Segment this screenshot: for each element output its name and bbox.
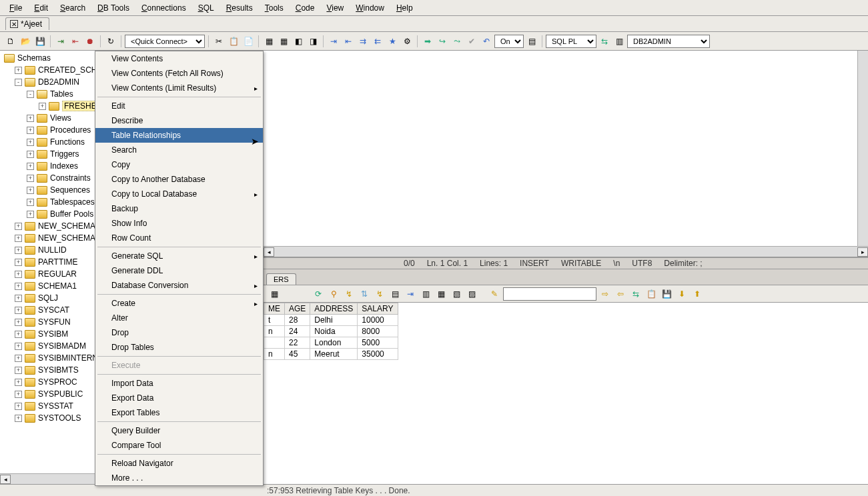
ctx-table-relationships[interactable]: Table Relationships [95,128,263,143]
menu-view[interactable]: View [321,1,349,15]
outdent-icon[interactable]: ⇤ [342,35,355,48]
grid-header[interactable]: SALARY [358,303,398,315]
results-tool-icon[interactable]: ⇥ [404,287,417,301]
menu-window[interactable]: Window [350,1,390,15]
ctx-view-contents-limit-results-[interactable]: View Contents (Limit Results) [95,81,263,95]
disconnect-icon[interactable]: ⇤ [69,35,82,48]
run-step-icon[interactable]: ↪ [436,35,449,48]
ctx-view-contents-fetch-all-rows-[interactable]: View Contents (Fetch All Rows) [95,66,263,81]
ctx-generate-ddl[interactable]: Generate DDL [95,263,263,278]
results-tool-icon[interactable]: ⇅ [358,287,371,301]
indent-icon[interactable]: ⇥ [327,35,340,48]
close-icon[interactable]: ✕ [10,20,18,28]
results-search-input[interactable] [503,287,596,301]
prev-icon[interactable]: ⇦ [614,287,627,301]
undo-icon[interactable]: ↶ [480,35,493,48]
table-row[interactable]: n24Noida8000 [264,326,398,337]
tool-icon[interactable]: ▦ [277,35,290,48]
doc-icon[interactable]: ▥ [612,35,626,48]
ctx-search[interactable]: Search [95,143,263,157]
results-tool-icon[interactable]: ↯ [373,287,386,301]
menu-db-tools[interactable]: DB Tools [92,1,135,15]
ctx-row-count[interactable]: Row Count [95,231,263,245]
save-icon[interactable]: 💾 [33,35,47,48]
ctx-export-data[interactable]: Export Data [95,391,263,405]
menu-edit[interactable]: Edit [29,1,53,15]
menu-tools[interactable]: Tools [260,1,289,15]
ctx-export-tables[interactable]: Export Tables [95,405,263,420]
menu-sql[interactable]: SQL [193,1,220,15]
ctx-drop-tables[interactable]: Drop Tables [95,340,263,355]
ctx-drop[interactable]: Drop [95,325,263,340]
grid-header[interactable]: ADDRESS [310,303,358,315]
sql-editor[interactable]: ◂ ▸ [264,51,868,257]
quick-connect-combo[interactable]: <Quick Connect> [125,35,205,48]
star-icon[interactable]: ★ [386,35,399,48]
mode-combo[interactable]: On [494,35,524,48]
uncomment-icon[interactable]: ⇇ [371,35,384,48]
new-icon[interactable]: 🗋 [4,35,17,48]
tool-icon[interactable]: ◨ [306,35,320,48]
context-menu[interactable]: View ContentsView Contents (Fetch All Ro… [95,51,264,486]
menu-connections[interactable]: Connections [136,1,191,15]
ctx-database-conversion[interactable]: Database Conversion [95,278,263,293]
ctx-show-info[interactable]: Show Info [95,216,263,231]
next-icon[interactable]: ⇨ [598,287,612,301]
ctx-copy-to-local-database[interactable]: Copy to Local Database [95,187,263,201]
ctx-generate-sql[interactable]: Generate SQL [95,249,263,263]
results-tool-icon[interactable]: ▦ [268,287,281,301]
results-tool-icon[interactable]: ↯ [342,287,356,301]
ctx-alter[interactable]: Alter [95,311,263,325]
ctx-copy-to-another-database[interactable]: Copy to Another Database [95,172,263,187]
results-grid[interactable]: MEAGEADDRESSSALARYt28Delhi10000n24Noida8… [264,303,868,484]
save-icon[interactable]: 💾 [660,287,673,301]
down-icon[interactable]: ⬇ [675,287,689,301]
copy-icon[interactable]: 📋 [227,35,240,48]
results-tab[interactable]: ERS [266,273,296,285]
menu-help[interactable]: Help [391,1,418,15]
up-icon[interactable]: ⬆ [691,287,704,301]
results-tool-icon[interactable]: ▦ [434,287,448,301]
grid-header[interactable]: ME [264,303,285,315]
comment-icon[interactable]: ⇉ [356,35,370,48]
copy-icon[interactable]: 📋 [644,287,658,301]
results-tool-icon[interactable]: ⟳ [312,287,325,301]
table-row[interactable]: n45Meerut35000 [264,349,398,360]
results-tool-icon[interactable]: ▤ [388,287,402,301]
ctx-edit[interactable]: Edit [95,99,263,113]
ctx-copy[interactable]: Copy [95,157,263,172]
results-tool-icon[interactable]: ▥ [419,287,432,301]
menu-file[interactable]: File [4,1,27,15]
open-icon[interactable]: 📂 [19,35,32,48]
ctx-reload-navigator[interactable]: Reload Navigator [95,456,263,471]
user-combo[interactable]: DB2ADMIN [627,35,710,48]
run-all-icon[interactable]: ⤳ [450,35,464,48]
lang-combo[interactable]: SQL PL [546,35,596,48]
page-icon[interactable]: ▤ [525,35,538,48]
results-tool-icon[interactable]: ▨ [465,287,478,301]
wand-icon[interactable]: ✎ [488,287,501,301]
editor-vscrollbar[interactable] [857,51,868,246]
ctx-view-contents[interactable]: View Contents [95,51,263,66]
document-tab[interactable]: ✕ *Ajeet [5,17,49,30]
ctx-backup[interactable]: Backup [95,201,263,216]
commit-icon[interactable]: ⏺ [83,35,97,48]
editor-hscrollbar[interactable]: ◂ ▸ [264,246,868,257]
menu-search[interactable]: Search [55,1,91,15]
paste-icon[interactable]: 📄 [242,35,255,48]
stop-icon[interactable]: ✔ [465,35,478,48]
gear-icon[interactable]: ⚙ [400,35,414,48]
link-icon[interactable]: ⇆ [629,287,642,301]
ctx-describe[interactable]: Describe [95,113,263,128]
results-tool-icon[interactable]: ▧ [450,287,463,301]
run-icon[interactable]: ➡ [421,35,434,48]
ctx-compare-tool[interactable]: Compare Tool [95,438,263,453]
scroll-right-icon[interactable]: ▸ [857,247,868,257]
refresh-icon[interactable]: ↻ [104,35,117,48]
connect-icon[interactable]: ⇥ [54,35,67,48]
cut-icon[interactable]: ✂ [212,35,226,48]
ctx-query-builder[interactable]: Query Builder [95,423,263,438]
results-tool-icon[interactable]: ⚲ [327,287,340,301]
scroll-left-icon[interactable]: ◂ [264,247,274,257]
ctx-import-data[interactable]: Import Data [95,376,263,391]
